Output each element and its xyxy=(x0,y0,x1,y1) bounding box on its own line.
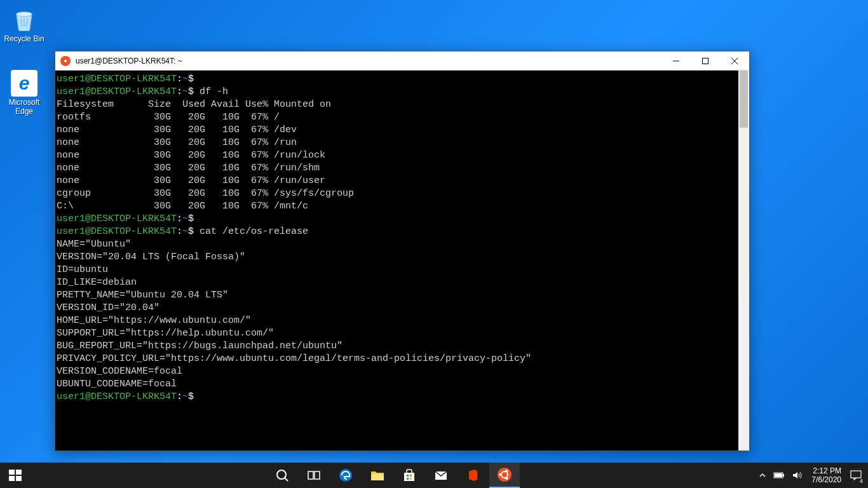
svg-rect-14 xyxy=(371,474,384,480)
mail-icon xyxy=(433,468,449,483)
task-view-button[interactable] xyxy=(299,463,329,488)
titlebar[interactable]: user1@DESKTOP-LKRK54T: ~ xyxy=(55,51,749,71)
desktop-icon-label: Microsoft Edge xyxy=(0,98,48,116)
ubuntu-icon xyxy=(60,56,71,66)
svg-rect-15 xyxy=(404,473,414,481)
edge-icon xyxy=(338,468,353,483)
svg-rect-19 xyxy=(410,478,412,480)
svg-rect-11 xyxy=(308,471,313,479)
scrollbar-thumb[interactable] xyxy=(740,71,748,128)
svg-line-10 xyxy=(285,478,288,481)
svg-rect-7 xyxy=(9,476,15,481)
maximize-button[interactable] xyxy=(691,51,720,71)
taskbar-app-edge[interactable] xyxy=(330,463,361,488)
desktop-icon-label: Recycle Bin xyxy=(0,34,48,43)
recycle-bin-icon xyxy=(11,6,37,33)
minimize-button[interactable] xyxy=(661,51,691,71)
svg-rect-2 xyxy=(703,58,709,64)
taskbar-app-ubuntu[interactable] xyxy=(489,463,520,488)
scrollbar[interactable] xyxy=(738,71,749,451)
desktop-icon-recycle-bin[interactable]: Recycle Bin xyxy=(0,6,48,43)
battery-icon xyxy=(773,471,785,479)
taskbar-app-explorer[interactable] xyxy=(362,463,393,488)
close-button[interactable] xyxy=(720,51,749,71)
svg-rect-5 xyxy=(9,470,15,475)
terminal-content[interactable]: user1@DESKTOP-LKRK54T:~$ user1@DESKTOP-L… xyxy=(55,71,738,451)
svg-rect-16 xyxy=(407,475,409,477)
svg-rect-8 xyxy=(16,476,22,481)
taskbar: 2:12 PM 7/6/2020 4 xyxy=(0,463,868,488)
taskbar-app-store[interactable] xyxy=(394,463,424,488)
search-icon xyxy=(275,468,290,483)
tray-notifications[interactable]: 4 xyxy=(846,463,865,488)
volume-icon xyxy=(792,471,803,480)
window-title: user1@DESKTOP-LKRK54T: ~ xyxy=(76,57,182,65)
svg-rect-29 xyxy=(851,471,861,478)
windows-icon xyxy=(8,468,23,483)
ubuntu-icon xyxy=(497,467,512,482)
svg-point-9 xyxy=(277,470,286,479)
store-icon xyxy=(402,468,417,483)
task-view-icon xyxy=(306,468,322,483)
clock-time: 2:12 PM xyxy=(811,466,841,475)
office-icon xyxy=(465,468,480,483)
taskbar-app-office[interactable] xyxy=(458,463,488,488)
svg-rect-27 xyxy=(783,474,784,477)
tray-clock[interactable]: 2:12 PM 7/6/2020 xyxy=(806,466,846,484)
chevron-up-icon xyxy=(759,472,766,478)
svg-rect-28 xyxy=(775,473,782,477)
svg-point-24 xyxy=(505,470,508,472)
svg-rect-18 xyxy=(407,478,409,480)
svg-point-23 xyxy=(499,473,501,476)
notification-badge: 4 xyxy=(860,478,863,484)
terminal-window: user1@DESKTOP-LKRK54T: ~ user1@DESKTOP-L… xyxy=(55,51,750,451)
tray-chevron[interactable] xyxy=(756,463,770,488)
svg-point-25 xyxy=(505,477,508,480)
tray-battery[interactable] xyxy=(770,463,789,488)
svg-rect-12 xyxy=(315,471,320,479)
desktop-icon-edge[interactable]: e Microsoft Edge xyxy=(0,70,48,116)
tray-volume[interactable] xyxy=(789,463,806,488)
svg-rect-17 xyxy=(410,475,412,477)
clock-date: 7/6/2020 xyxy=(811,475,841,484)
search-button[interactable] xyxy=(267,463,297,488)
edge-icon: e xyxy=(11,70,37,97)
folder-icon xyxy=(370,468,385,483)
svg-rect-6 xyxy=(16,470,22,475)
start-button[interactable] xyxy=(0,463,31,488)
svg-point-0 xyxy=(17,12,32,17)
taskbar-app-mail[interactable] xyxy=(426,463,456,488)
